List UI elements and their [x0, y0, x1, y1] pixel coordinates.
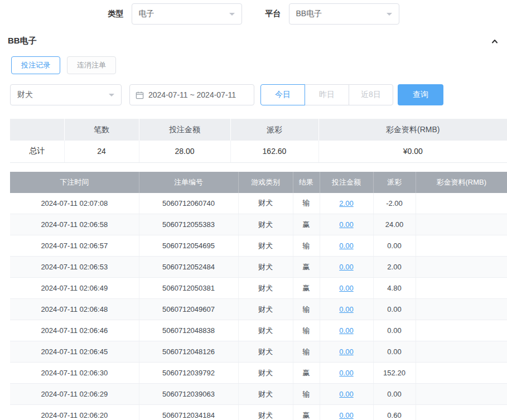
- cell-order-no: 5060712048126: [139, 341, 238, 363]
- cell-order-no: 5060712049607: [139, 299, 238, 320]
- cell-payout: -2.00: [373, 193, 416, 214]
- bet-amount-link[interactable]: 0.00: [339, 220, 353, 229]
- cell-payout: 4.80: [373, 278, 416, 299]
- cell-game-type: 财犬: [238, 405, 293, 420]
- bet-amount-link[interactable]: 0.00: [339, 347, 353, 356]
- cell-order-no: 5060712039792: [139, 363, 238, 384]
- cell-payout: 0.00: [373, 341, 416, 363]
- game-select[interactable]: 财犬: [10, 84, 122, 105]
- cell-game-type: 财犬: [238, 341, 293, 363]
- summary-header-blank: [10, 119, 64, 141]
- cell-game-type: 财犬: [238, 235, 293, 257]
- game-select-value: 财犬: [17, 90, 33, 100]
- summary-bonus: ¥0.00: [318, 141, 507, 162]
- cell-bet-time: 2024-07-11 02:06:49: [10, 278, 139, 299]
- records-header-row: 下注时间 注单编号 游戏类别 结果 投注金额 派彩 彩金资料(RMB): [10, 172, 507, 193]
- cell-payout: 24.00: [373, 214, 416, 235]
- chevron-up-icon[interactable]: [490, 37, 499, 46]
- platform-select-value: BB电子: [296, 9, 322, 19]
- table-row: 2024-07-11 02:07:085060712060740财犬输2.00-…: [10, 193, 507, 214]
- records-tbody: 2024-07-11 02:07:085060712060740财犬输2.00-…: [10, 193, 507, 420]
- cell-bet-amount: 0.00: [320, 278, 373, 299]
- summary-payout: 162.60: [230, 141, 318, 162]
- bet-amount-link[interactable]: 2.00: [339, 199, 353, 207]
- cell-result: 赢: [293, 214, 320, 235]
- cell-game-type: 财犬: [238, 299, 293, 320]
- cell-order-no: 5060712054695: [139, 235, 238, 257]
- bet-amount-link[interactable]: 0.00: [339, 369, 353, 377]
- cell-order-no: 5060712039063: [139, 384, 238, 405]
- type-select[interactable]: 电子: [132, 3, 242, 25]
- chevron-down-icon: [109, 94, 114, 99]
- cell-bonus: [416, 405, 507, 420]
- table-row: 2024-07-11 02:06:575060712054695财犬输0.000…: [10, 235, 507, 257]
- records-header-time: 下注时间: [10, 172, 139, 193]
- table-row: 2024-07-11 02:06:495060712050381财犬赢0.004…: [10, 278, 507, 299]
- cell-bet-amount: 0.00: [320, 363, 373, 384]
- cell-bonus: [416, 257, 507, 278]
- filter-bar: 财犬 今日 昨日 近8日 查询: [10, 84, 507, 105]
- cell-bet-time: 2024-07-11 02:06:20: [10, 405, 139, 420]
- type-select-value: 电子: [139, 9, 154, 19]
- summary-table: 笔数 投注金额 派彩 彩金资料(RMB) 总计 24 28.00 162.60 …: [10, 119, 507, 163]
- bet-amount-link[interactable]: 0.00: [339, 411, 353, 419]
- records-header-game-type: 游戏类别: [238, 172, 293, 193]
- bet-amount-link[interactable]: 0.00: [339, 263, 353, 271]
- cell-bet-amount: 0.00: [320, 235, 373, 257]
- chevron-down-icon: [387, 13, 392, 18]
- table-row: 2024-07-11 02:06:585060712055383财犬赢0.002…: [10, 214, 507, 235]
- platform-select[interactable]: BB电子: [289, 3, 399, 25]
- today-button[interactable]: 今日: [260, 84, 305, 105]
- summary-total-row: 总计 24 28.00 162.60 ¥0.00: [10, 141, 507, 162]
- cell-bonus: [416, 214, 507, 235]
- cell-bet-amount: 0.00: [320, 320, 373, 341]
- cell-payout: 152.20: [373, 363, 416, 384]
- summary-header-count: 笔数: [64, 119, 139, 141]
- type-label: 类型: [108, 9, 124, 19]
- cell-game-type: 财犬: [238, 278, 293, 299]
- cell-result: 输: [293, 193, 320, 214]
- cell-result: 输: [293, 320, 320, 341]
- tab-cancelled-orders[interactable]: 连消注单: [67, 56, 116, 74]
- cell-bonus: [416, 363, 507, 384]
- summary-count: 24: [64, 141, 139, 162]
- section-title: BB电子: [8, 36, 37, 46]
- records-table: 下注时间 注单编号 游戏类别 结果 投注金额 派彩 彩金资料(RMB) 2024…: [10, 172, 507, 420]
- cell-bet-amount: 0.00: [320, 405, 373, 420]
- cell-payout: 0.00: [373, 320, 416, 341]
- bet-amount-link[interactable]: 0.00: [339, 284, 353, 292]
- cell-order-no: 5060712052484: [139, 257, 238, 278]
- records-header-result: 结果: [293, 172, 320, 193]
- table-row: 2024-07-11 02:06:305060712039792财犬赢0.001…: [10, 363, 507, 384]
- tab-bet-records[interactable]: 投注记录: [11, 56, 60, 74]
- cell-bet-amount: 0.00: [320, 214, 373, 235]
- bet-amount-link[interactable]: 0.00: [339, 390, 353, 398]
- cell-bonus: [416, 278, 507, 299]
- summary-total-label: 总计: [10, 141, 64, 162]
- cell-game-type: 财犬: [238, 193, 293, 214]
- records-header-bonus: 彩金资料(RMB): [416, 172, 507, 193]
- cell-bonus: [416, 299, 507, 320]
- cell-order-no: 5060712060740: [139, 193, 238, 214]
- table-row: 2024-07-11 02:06:535060712052484财犬赢0.002…: [10, 257, 507, 278]
- platform-label: 平台: [265, 9, 281, 19]
- table-row: 2024-07-11 02:06:295060712039063财犬输0.000…: [10, 384, 507, 405]
- search-button[interactable]: 查询: [398, 84, 443, 105]
- bet-amount-link[interactable]: 0.00: [339, 242, 353, 250]
- last-8-days-button[interactable]: 近8日: [349, 84, 393, 105]
- cell-game-type: 财犬: [238, 320, 293, 341]
- table-row: 2024-07-11 02:06:455060712048126财犬输0.000…: [10, 341, 507, 363]
- cell-order-no: 5060712050381: [139, 278, 238, 299]
- yesterday-button[interactable]: 昨日: [305, 84, 349, 105]
- cell-result: 赢: [293, 363, 320, 384]
- bet-amount-link[interactable]: 0.00: [339, 305, 353, 313]
- bet-amount-link[interactable]: 0.00: [339, 326, 353, 335]
- calendar-icon: [136, 91, 144, 99]
- date-range-input[interactable]: [148, 90, 248, 99]
- type-filter: 类型 电子: [108, 3, 242, 25]
- cell-bet-time: 2024-07-11 02:06:30: [10, 363, 139, 384]
- cell-payout: 0.60: [373, 405, 416, 420]
- date-range-picker[interactable]: [129, 84, 254, 105]
- cell-payout: 0.00: [373, 384, 416, 405]
- cell-bet-amount: 0.00: [320, 257, 373, 278]
